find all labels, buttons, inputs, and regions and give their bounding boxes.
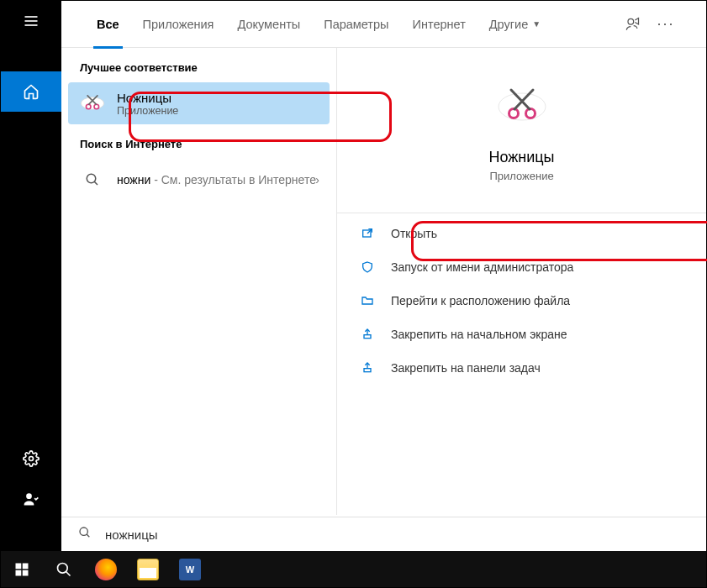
result-subtitle: Приложение bbox=[117, 105, 178, 117]
action-label: Открыть bbox=[391, 227, 437, 240]
svg-rect-26 bbox=[23, 570, 29, 575]
details-pane: Ножницы Приложение Открыть bbox=[337, 48, 706, 515]
svg-point-21 bbox=[80, 528, 87, 535]
svg-rect-25 bbox=[16, 570, 22, 575]
search-input[interactable] bbox=[105, 528, 706, 542]
svg-point-3 bbox=[29, 457, 34, 461]
word-icon: W bbox=[179, 559, 201, 580]
web-search-header: Поиск в Интернете bbox=[61, 131, 336, 155]
result-snipping-tool[interactable]: Ножницы Приложение bbox=[68, 82, 330, 124]
svg-rect-23 bbox=[16, 563, 22, 569]
action-run-admin[interactable]: Запуск от имени администратора bbox=[342, 250, 701, 284]
svg-point-13 bbox=[499, 93, 546, 120]
taskbar-search-icon[interactable] bbox=[43, 551, 85, 587]
taskbar-explorer[interactable] bbox=[127, 551, 169, 587]
svg-line-22 bbox=[87, 534, 89, 537]
shield-icon bbox=[359, 259, 376, 276]
taskbar-firefox[interactable] bbox=[85, 551, 127, 587]
chevron-right-icon: › bbox=[315, 173, 319, 186]
hero-subtitle: Приложение bbox=[489, 170, 553, 182]
svg-line-28 bbox=[66, 571, 71, 575]
search-icon bbox=[78, 526, 92, 543]
start-button[interactable] bbox=[1, 551, 43, 587]
action-open[interactable]: Открыть bbox=[342, 217, 701, 250]
tab-internet[interactable]: Интернет bbox=[401, 1, 477, 48]
tab-parameters[interactable]: Параметры bbox=[312, 1, 400, 48]
results-left-column: Лучшее соответствие Ножницы Приложение П… bbox=[61, 48, 337, 515]
open-icon bbox=[359, 225, 376, 242]
feedback-icon[interactable] bbox=[615, 8, 649, 41]
tab-apps[interactable]: Приложения bbox=[131, 1, 226, 48]
svg-point-4 bbox=[26, 493, 32, 499]
hero: Ножницы Приложение bbox=[337, 48, 706, 202]
home-icon[interactable] bbox=[1, 71, 61, 112]
folder-icon bbox=[137, 559, 159, 580]
svg-rect-24 bbox=[23, 563, 29, 569]
hero-title: Ножницы bbox=[488, 149, 554, 166]
best-match-header: Лучшее соответствие bbox=[61, 55, 336, 79]
more-icon[interactable]: ··· bbox=[649, 8, 683, 41]
svg-point-11 bbox=[87, 174, 96, 183]
result-web-search[interactable]: ножни - См. результаты в Интернете › bbox=[68, 159, 330, 201]
tab-other[interactable]: Другие▼ bbox=[477, 1, 552, 48]
action-open-location[interactable]: Перейти к расположению файла bbox=[342, 284, 701, 318]
action-pin-start[interactable]: Закрепить на начальном экране bbox=[342, 318, 701, 351]
svg-rect-20 bbox=[364, 369, 371, 372]
hamburger-icon[interactable] bbox=[1, 1, 61, 41]
scissors-icon bbox=[78, 89, 107, 118]
chevron-down-icon: ▼ bbox=[532, 19, 541, 29]
folder-icon bbox=[359, 292, 376, 309]
action-label: Запуск от имени администратора bbox=[391, 260, 573, 274]
web-suffix: - См. результаты в Интернете bbox=[150, 173, 316, 186]
scissors-icon bbox=[495, 80, 549, 134]
svg-rect-19 bbox=[364, 335, 371, 339]
user-icon[interactable] bbox=[1, 479, 61, 519]
actions-list: Открыть Запуск от имени администратора bbox=[337, 213, 706, 388]
svg-point-27 bbox=[58, 563, 68, 573]
gear-icon[interactable] bbox=[1, 438, 61, 479]
action-pin-taskbar[interactable]: Закрепить на панели задач bbox=[342, 351, 701, 385]
taskbar: W bbox=[1, 551, 706, 587]
search-box[interactable] bbox=[61, 517, 706, 551]
svg-line-12 bbox=[94, 181, 98, 185]
svg-point-5 bbox=[628, 18, 634, 24]
action-label: Перейти к расположению файла bbox=[391, 294, 570, 307]
pin-icon bbox=[359, 360, 376, 376]
tab-all[interactable]: Все bbox=[85, 1, 131, 48]
action-label: Закрепить на панели задач bbox=[391, 361, 541, 375]
firefox-icon bbox=[95, 559, 117, 580]
search-tabs: Все Приложения Документы Параметры Интер… bbox=[61, 1, 706, 48]
tab-documents[interactable]: Документы bbox=[225, 1, 312, 48]
search-icon bbox=[78, 165, 107, 194]
svg-point-6 bbox=[81, 97, 103, 109]
search-panel: Все Приложения Документы Параметры Интер… bbox=[61, 1, 706, 515]
taskbar-word[interactable]: W bbox=[169, 551, 211, 587]
action-label: Закрепить на начальном экране bbox=[391, 328, 567, 341]
result-title: Ножницы bbox=[117, 91, 178, 105]
start-rail bbox=[1, 1, 61, 553]
web-query: ножни bbox=[117, 173, 150, 186]
pin-icon bbox=[359, 326, 376, 343]
